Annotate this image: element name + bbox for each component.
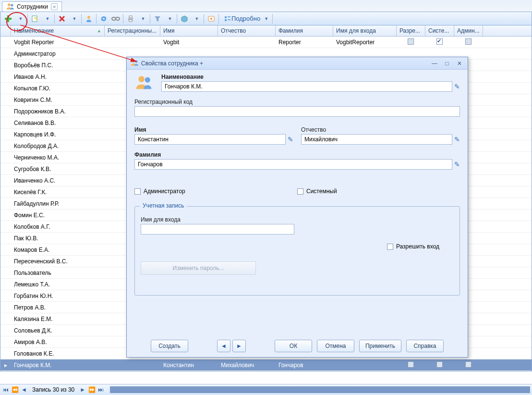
maximize-icon[interactable]: □ — [443, 60, 451, 67]
refresh-button[interactable] — [98, 13, 109, 24]
people-icon — [131, 59, 139, 68]
input-name[interactable] — [161, 81, 452, 92]
pencil-icon[interactable]: ✎ — [288, 136, 293, 143]
svg-point-17 — [145, 77, 150, 83]
label-mn: Отчество — [301, 126, 460, 133]
pencil-icon[interactable]: ✎ — [454, 83, 460, 90]
apply-button[interactable]: Применить — [359, 340, 401, 352]
col-login[interactable]: Имя для входа — [333, 25, 397, 36]
svg-point-0 — [8, 3, 11, 6]
detail-button[interactable]: Подробно ▼ — [220, 13, 271, 24]
box-button[interactable] — [179, 13, 190, 24]
pager-text: Запись 30 из 30 — [32, 386, 74, 393]
svg-point-12 — [210, 18, 212, 20]
checkbox-allow[interactable] — [387, 244, 393, 250]
detail-label: Подробно — [231, 15, 263, 22]
edit-dropdown[interactable]: ▼ — [41, 13, 53, 24]
tab-employees[interactable]: Сотрудники × — [2, 1, 62, 12]
minimize-icon[interactable]: — — [430, 60, 439, 67]
people-icon — [134, 74, 155, 91]
label-reg: Регистрационный код — [134, 99, 460, 105]
input-login[interactable] — [141, 224, 294, 235]
label-fn: Имя — [134, 126, 293, 133]
label-name: Наименование — [161, 74, 460, 80]
employee-dialog: Свойства сотрудника + — □ ✕ Наименование… — [126, 57, 468, 358]
label-admin: Администратор — [144, 188, 185, 195]
col-adm[interactable]: Админ... — [454, 25, 483, 36]
col-fn[interactable]: Имя — [160, 25, 218, 36]
pager-prev[interactable]: ◄ — [20, 386, 28, 394]
edit-button[interactable] — [29, 13, 41, 24]
filter-dropdown[interactable]: ▼ — [164, 13, 175, 24]
input-ln[interactable] — [134, 159, 452, 170]
col-mn[interactable]: Отчество — [218, 25, 276, 36]
svg-point-6 — [112, 17, 116, 20]
col-ln[interactable]: Фамилия — [276, 25, 333, 36]
col-allow[interactable]: Разре... — [397, 25, 425, 36]
user-button[interactable] — [83, 13, 95, 24]
next-button[interactable]: ► — [232, 340, 246, 352]
group-title: Учетная запись — [140, 202, 187, 209]
pager-last[interactable]: ⏭ — [97, 386, 105, 394]
svg-point-15 — [135, 60, 137, 62]
change-password-button: Изменить пароль... — [141, 261, 256, 275]
pager-next[interactable]: ► — [79, 386, 86, 394]
svg-point-5 — [87, 16, 90, 19]
pencil-icon[interactable]: ✎ — [454, 160, 460, 168]
svg-rect-3 — [5, 18, 12, 20]
filter-button[interactable] — [152, 13, 163, 24]
checkbox-admin[interactable] — [134, 188, 141, 195]
input-fn[interactable] — [134, 134, 286, 145]
print-dropdown[interactable]: ▼ — [137, 13, 148, 24]
group-account: Учетная запись Имя для входа Разрешить в… — [134, 206, 460, 296]
input-reg[interactable] — [134, 106, 460, 117]
col-sys[interactable]: Систе... — [425, 25, 454, 36]
tab-close-icon[interactable]: × — [51, 3, 58, 10]
detail-icon — [224, 15, 231, 23]
dialog-title: Свойства сотрудника + — [141, 60, 203, 67]
box-dropdown[interactable]: ▼ — [191, 13, 202, 24]
table-row[interactable]: ▸Гончаров К.М.КонстантинМихайловичГончар… — [0, 359, 532, 371]
people-icon — [6, 2, 15, 12]
svg-point-1 — [11, 4, 13, 6]
toolbar: ▼ ▼ ▼ ▼ ▼ ▼ Подробно ▼ — [0, 12, 532, 25]
pager: ⏮ ⏪ ◄ Запись 30 из 30 ► ⏩ ⏭ — [0, 384, 532, 395]
tab-label: Сотрудники — [17, 3, 48, 10]
label-sys: Системный — [306, 188, 337, 195]
svg-rect-10 — [129, 20, 132, 22]
delete-button[interactable] — [56, 13, 68, 24]
svg-rect-9 — [129, 16, 132, 18]
grid-header: Наименование▲ Регистрационны... Имя Отче… — [0, 25, 532, 37]
svg-point-16 — [138, 76, 145, 82]
input-mn[interactable] — [301, 134, 452, 145]
pager-first[interactable]: ⏮ — [2, 386, 10, 394]
help-button[interactable]: Справка — [406, 340, 444, 352]
pencil-icon[interactable]: ✎ — [454, 136, 460, 143]
col-reg[interactable]: Регистрационны... — [105, 25, 160, 36]
table-row[interactable]: Vogbit ReporterVogbitReporterVogbitRepor… — [0, 37, 532, 48]
ok-button[interactable]: ОК — [275, 340, 312, 352]
pager-nextpage[interactable]: ⏩ — [88, 386, 96, 394]
link-button[interactable] — [110, 13, 121, 24]
print-button[interactable] — [125, 13, 136, 24]
checkbox-sys[interactable] — [297, 188, 303, 195]
add-button[interactable] — [2, 13, 14, 24]
prev-button[interactable]: ◄ — [217, 340, 230, 352]
create-button[interactable]: Создать — [151, 340, 188, 352]
card-button[interactable] — [206, 13, 217, 24]
pager-prevpage[interactable]: ⏪ — [11, 386, 19, 394]
cancel-button[interactable]: Отмена — [317, 340, 354, 352]
col-name[interactable]: Наименование▲ — [11, 25, 105, 36]
dialog-titlebar[interactable]: Свойства сотрудника + — □ ✕ — [127, 57, 468, 70]
delete-dropdown[interactable]: ▼ — [68, 13, 80, 24]
add-dropdown[interactable]: ▼ — [14, 13, 26, 24]
svg-point-7 — [116, 17, 120, 20]
label-allow: Разрешить вход — [396, 243, 439, 250]
label-login: Имя для входа — [141, 216, 454, 223]
label-ln: Фамилия — [134, 151, 460, 158]
svg-point-14 — [132, 60, 135, 62]
close-icon[interactable]: ✕ — [455, 60, 464, 67]
